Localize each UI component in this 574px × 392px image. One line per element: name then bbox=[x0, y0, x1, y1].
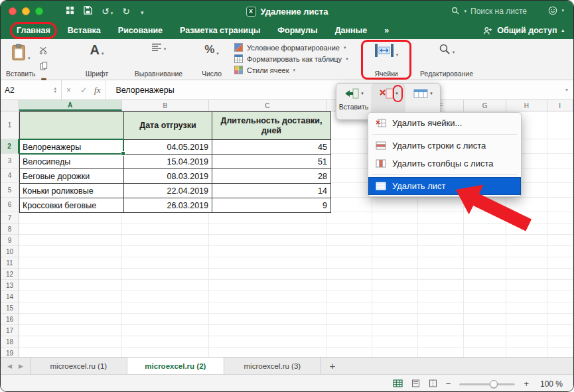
cell-I8[interactable] bbox=[547, 224, 573, 235]
cell-B11[interactable] bbox=[122, 257, 209, 269]
cell-D12[interactable] bbox=[326, 269, 372, 280]
cell-G13[interactable] bbox=[464, 280, 506, 291]
cell-C2[interactable]: 45 bbox=[212, 140, 331, 155]
add-sheet-button[interactable]: + bbox=[321, 358, 344, 374]
cell-F15[interactable] bbox=[418, 302, 464, 314]
cell-A4[interactable]: Беговые дорожки bbox=[20, 169, 124, 184]
cell-H15[interactable] bbox=[506, 302, 547, 314]
cell-G9[interactable] bbox=[464, 235, 506, 246]
cell-C6[interactable]: 9 bbox=[212, 198, 331, 213]
cell-B9[interactable] bbox=[122, 235, 209, 246]
format-as-table-button[interactable]: Форматировать как таблицу▾ bbox=[234, 54, 348, 63]
cancel-entry-icon[interactable]: × bbox=[66, 86, 71, 95]
row-header-19[interactable]: 19 bbox=[1, 348, 19, 357]
cell-A8[interactable] bbox=[19, 224, 122, 235]
number-group-button[interactable]: %▾ Число bbox=[193, 43, 230, 78]
cell-A13[interactable] bbox=[19, 280, 122, 291]
cell-B18[interactable] bbox=[122, 336, 209, 348]
tab-insert[interactable]: Вставка bbox=[68, 26, 101, 35]
cell-H16[interactable] bbox=[506, 314, 547, 325]
menu-item-delete-cells[interactable]: Удалить ячейки... bbox=[368, 114, 521, 132]
copy-icon[interactable] bbox=[40, 61, 48, 73]
cell-A16[interactable] bbox=[19, 314, 122, 325]
cell-A6[interactable]: Кроссовки беговые bbox=[20, 198, 124, 213]
cell-A10[interactable] bbox=[19, 246, 122, 257]
page-break-view-icon[interactable] bbox=[429, 378, 437, 390]
cell-D7[interactable] bbox=[326, 212, 372, 224]
cell-A9[interactable] bbox=[19, 235, 122, 246]
cell-A7[interactable] bbox=[19, 212, 122, 224]
row-header-2[interactable]: 2 bbox=[1, 139, 19, 154]
insert-function-icon[interactable]: fx bbox=[94, 85, 100, 96]
cell-F12[interactable] bbox=[418, 269, 464, 280]
cell-styles-button[interactable]: Стили ячеек▾ bbox=[234, 66, 348, 74]
cell-C4[interactable]: 28 bbox=[212, 169, 331, 184]
sheet-tab-1[interactable]: microexcel.ru (1) bbox=[31, 358, 127, 374]
cell-B19[interactable] bbox=[122, 348, 209, 357]
row-header-7[interactable]: 7 bbox=[1, 212, 19, 224]
tab-draw[interactable]: Рисование bbox=[118, 26, 163, 35]
minimize-window-button[interactable] bbox=[22, 7, 30, 15]
cell-C10[interactable] bbox=[209, 246, 326, 257]
cell-H8[interactable] bbox=[506, 224, 547, 235]
zoom-slider[interactable] bbox=[459, 379, 515, 389]
cell-F8[interactable] bbox=[418, 224, 464, 235]
cell-G12[interactable] bbox=[464, 269, 506, 280]
cell-H6[interactable] bbox=[506, 198, 547, 212]
cell-E12[interactable] bbox=[372, 269, 418, 280]
cell-I2[interactable] bbox=[547, 139, 573, 154]
cell-D19[interactable] bbox=[326, 348, 372, 357]
cell-C17[interactable] bbox=[209, 325, 326, 336]
cell-I19[interactable] bbox=[547, 348, 573, 357]
cell-I4[interactable] bbox=[547, 168, 573, 183]
row-header-11[interactable]: 11 bbox=[1, 257, 19, 269]
cell-E17[interactable] bbox=[372, 325, 418, 336]
row-header-9[interactable]: 9 bbox=[1, 235, 19, 246]
cell-G8[interactable] bbox=[464, 224, 506, 235]
cell-H10[interactable] bbox=[506, 246, 547, 257]
delete-caret-icon[interactable]: ▾ bbox=[395, 91, 398, 96]
column-header-I[interactable]: I bbox=[547, 100, 574, 111]
cell-C19[interactable] bbox=[209, 348, 326, 357]
share-button[interactable]: Общий доступ ▴ bbox=[483, 26, 564, 35]
cell-E11[interactable] bbox=[372, 257, 418, 269]
cell-F11[interactable] bbox=[418, 257, 464, 269]
row-header-8[interactable]: 8 bbox=[1, 224, 19, 235]
row-header-15[interactable]: 15 bbox=[1, 302, 19, 314]
paste-button[interactable]: ▾ Вставить bbox=[6, 43, 36, 78]
cell-D16[interactable] bbox=[326, 314, 372, 325]
feedback-button[interactable]: ▾ bbox=[548, 6, 564, 15]
cell-D17[interactable] bbox=[326, 325, 372, 336]
cell-I11[interactable] bbox=[547, 257, 573, 269]
cell-A5[interactable]: Коньки роликовые bbox=[20, 184, 124, 198]
cell-B12[interactable] bbox=[122, 269, 209, 280]
cell-B5[interactable]: 22.04.2019 bbox=[124, 184, 212, 198]
menu-item-delete-sheet[interactable]: Удалить лист bbox=[368, 177, 521, 195]
cell-D18[interactable] bbox=[326, 336, 372, 348]
cell-C5[interactable]: 14 bbox=[212, 184, 331, 198]
cell-F9[interactable] bbox=[418, 235, 464, 246]
cell-E19[interactable] bbox=[372, 348, 418, 357]
cell-I14[interactable] bbox=[547, 291, 573, 302]
row-header-17[interactable]: 17 bbox=[1, 325, 19, 336]
cell-C12[interactable] bbox=[209, 269, 326, 280]
cell-B6[interactable]: 26.03.2019 bbox=[124, 198, 212, 213]
cell-G19[interactable] bbox=[464, 348, 506, 357]
cell-C9[interactable] bbox=[209, 235, 326, 246]
cell-B16[interactable] bbox=[122, 314, 209, 325]
undo-icon[interactable]: ↺▾ bbox=[102, 5, 113, 17]
prev-sheet-icon[interactable]: ◀ bbox=[7, 363, 12, 369]
tab-data[interactable]: Данные bbox=[335, 26, 368, 35]
name-box[interactable]: A2 ▲▼ bbox=[1, 80, 62, 99]
sheet-tab-2-active[interactable]: microexcel.ru (2) bbox=[127, 358, 224, 374]
cell-G16[interactable] bbox=[464, 314, 506, 325]
cell-A12[interactable] bbox=[19, 269, 122, 280]
cell-D5[interactable] bbox=[326, 183, 372, 198]
cell-I3[interactable] bbox=[547, 154, 573, 168]
cell-B15[interactable] bbox=[122, 302, 209, 314]
menu-item-delete-rows[interactable]: Удалить строки с листа bbox=[368, 137, 521, 155]
editing-group-button[interactable]: ▾ Редактирование bbox=[413, 43, 480, 78]
cell-D10[interactable] bbox=[326, 246, 372, 257]
cells-group-button[interactable]: ▾ Ячейки bbox=[366, 43, 406, 78]
row-header-16[interactable]: 16 bbox=[1, 314, 19, 325]
